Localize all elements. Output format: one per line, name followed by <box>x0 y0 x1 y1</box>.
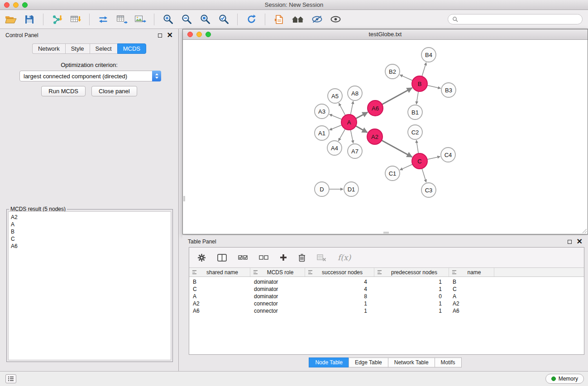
column-header-name[interactable]: name <box>449 268 494 276</box>
float-panel-icon[interactable] <box>158 33 162 38</box>
table-cell[interactable]: C <box>189 286 250 292</box>
table-cell[interactable]: A <box>189 293 250 300</box>
table-row[interactable]: Adominator80A <box>189 293 584 300</box>
graph-node-B2[interactable]: B2 <box>385 64 400 79</box>
table-cell[interactable]: 1 <box>374 308 449 314</box>
refresh-button[interactable] <box>245 12 258 27</box>
mcds-result-item[interactable]: A2 <box>11 214 168 221</box>
horizontal-scroll-mark[interactable] <box>383 232 389 234</box>
table-cell[interactable]: C <box>449 286 494 292</box>
graph-edge-C-C2[interactable] <box>416 140 419 153</box>
show-details-button[interactable] <box>329 12 342 27</box>
save-session-button[interactable] <box>23 12 36 27</box>
table-cell[interactable]: 1 <box>374 279 449 285</box>
resize-handle[interactable] <box>581 227 587 234</box>
table-cell[interactable]: connector <box>250 300 305 307</box>
criterion-dropdown[interactable]: largest connected component (directed) <box>19 71 161 81</box>
graph-edge-B-B4[interactable] <box>422 62 426 76</box>
graph-edge-C-C3[interactable] <box>422 168 426 182</box>
add-column-button[interactable] <box>280 254 287 261</box>
graph-edge-A-A2[interactable] <box>356 126 368 132</box>
graph-node-A6[interactable]: A6 <box>368 100 383 116</box>
mcds-result-list[interactable]: A2ABCA6 <box>8 211 171 360</box>
tab-node-table[interactable]: Node Table <box>309 357 349 367</box>
delete-column-button[interactable] <box>298 253 306 262</box>
graph-edge-A-A8[interactable] <box>350 101 353 115</box>
table-cell[interactable]: A2 <box>189 300 250 307</box>
tab-mcds[interactable]: MCDS <box>117 43 146 54</box>
mcds-result-item[interactable]: A <box>11 221 168 228</box>
delete-table-button[interactable] <box>317 254 326 262</box>
column-header-mcds-role[interactable]: MCDS role <box>250 268 305 276</box>
graph-node-A8[interactable]: A8 <box>348 86 362 100</box>
import-table-button[interactable] <box>69 12 82 27</box>
network-from-table-button[interactable] <box>115 12 128 27</box>
graph-edge-B-B3[interactable] <box>427 86 441 89</box>
show-columns-button[interactable] <box>217 254 227 262</box>
table-row[interactable]: Bdominator41B <box>189 278 584 286</box>
graph-edge-C-C1[interactable] <box>400 164 412 170</box>
graph-node-D1[interactable]: D1 <box>344 182 359 196</box>
graph-node-A7[interactable]: A7 <box>348 144 362 158</box>
vertical-scroll-mark[interactable] <box>183 196 185 201</box>
tab-network[interactable]: Network <box>32 43 65 54</box>
table-cell[interactable]: 1 <box>374 286 449 292</box>
table-cell[interactable]: 1 <box>305 308 374 314</box>
graph-edge-A-A7[interactable] <box>350 130 353 143</box>
tab-edge-table[interactable]: Edge Table <box>349 357 388 367</box>
run-mcds-button[interactable]: Run MCDS <box>41 86 86 96</box>
network-graph[interactable]: B4B2BB3A5A8A6B1A3AC2A1A2A4A7C4CC1C3DD1 <box>183 40 588 234</box>
graph-node-B4[interactable]: B4 <box>421 48 436 62</box>
graph-edge-B-B1[interactable] <box>416 91 419 104</box>
graph-edge-A-A3[interactable] <box>330 114 342 119</box>
mcds-result-item[interactable]: B <box>11 228 168 235</box>
table-cell[interactable]: A6 <box>189 308 250 314</box>
table-cell[interactable]: A6 <box>449 308 494 314</box>
table-cell[interactable]: 1 <box>374 300 449 307</box>
graph-node-A1[interactable]: A1 <box>315 126 329 140</box>
export-image-button[interactable] <box>134 12 147 27</box>
zoom-out-button[interactable] <box>180 12 193 27</box>
graph-node-C2[interactable]: C2 <box>408 125 422 139</box>
search-box[interactable] <box>448 14 583 24</box>
graph-edge-A-A6[interactable] <box>356 112 368 119</box>
graph-node-C4[interactable]: C4 <box>441 148 455 162</box>
close-panel-icon[interactable]: ✕ <box>167 33 173 38</box>
graph-edge-B-B2[interactable] <box>400 75 412 81</box>
graph-node-A4[interactable]: A4 <box>327 141 342 155</box>
graph-node-C[interactable]: C <box>412 153 427 169</box>
graph-edge-A-A5[interactable] <box>339 103 346 115</box>
column-header-shared-name[interactable]: shared name <box>189 268 250 276</box>
tab-style[interactable]: Style <box>65 43 90 54</box>
function-builder-button[interactable]: f(x) <box>338 253 351 262</box>
table-cell[interactable]: A2 <box>449 300 494 307</box>
toggle-graphics-button[interactable] <box>311 12 323 27</box>
mcds-result-item[interactable]: C <box>11 235 168 243</box>
table-row[interactable]: Cdominator41C <box>189 286 584 293</box>
network-canvas[interactable]: B4B2BB3A5A8A6B1A3AC2A1A2A4A7C4CC1C3DD1 <box>183 40 588 234</box>
table-cell[interactable]: dominator <box>250 279 305 285</box>
new-network-button[interactable] <box>97 12 110 27</box>
graph-node-B3[interactable]: B3 <box>441 83 456 97</box>
table-cell[interactable]: A <box>449 293 494 300</box>
graph-node-A[interactable]: A <box>341 114 357 130</box>
graph-node-C3[interactable]: C3 <box>421 183 436 197</box>
annotation-button[interactable] <box>272 12 285 27</box>
column-header-predecessor-nodes[interactable]: predecessor nodes <box>374 268 449 276</box>
task-history-button[interactable] <box>5 374 16 383</box>
zoom-selected-button[interactable] <box>217 12 230 27</box>
zoom-in-button[interactable] <box>162 12 174 27</box>
graph-node-D[interactable]: D <box>315 182 329 196</box>
home-button[interactable] <box>291 12 305 27</box>
table-cell[interactable]: dominator <box>250 286 305 292</box>
table-cell[interactable]: 0 <box>374 293 449 300</box>
close-table-panel-icon[interactable]: ✕ <box>577 239 583 244</box>
table-cell[interactable]: dominator <box>250 293 305 300</box>
table-settings-button[interactable] <box>197 253 206 262</box>
graph-edge-A2-C[interactable] <box>382 140 412 157</box>
graph-node-B1[interactable]: B1 <box>408 105 422 119</box>
open-session-button[interactable] <box>5 12 17 27</box>
graph-node-A3[interactable]: A3 <box>315 104 329 119</box>
graph-node-A5[interactable]: A5 <box>328 89 342 103</box>
float-table-panel-icon[interactable] <box>568 240 572 244</box>
